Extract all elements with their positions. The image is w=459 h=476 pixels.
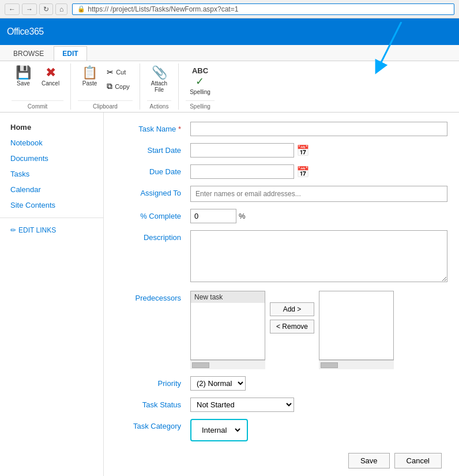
task-name-label: Task Name [115,122,190,133]
predecessors-right-list[interactable] [319,291,394,360]
cut-icon: ✂ [107,68,114,77]
due-date-row: Due Date 📅 [115,164,447,179]
predecessors-section: New task Add > < Remove [190,291,447,369]
sidebar: Home Notebook Documents Tasks Calendar S… [0,113,104,476]
cut-label: Cut [116,69,126,76]
paste-button[interactable]: 📋 Paste [78,63,101,89]
clipboard-buttons: 📋 Paste ✂ Cut ⧉ Copy [78,63,133,98]
sidebar-edit-links[interactable]: ✏ EDIT LINKS [0,223,103,238]
spelling-label: Spelling [190,89,210,95]
365-text: 365 [29,27,44,36]
attach-file-icon: 📎 [152,66,167,79]
task-name-input[interactable] [190,122,447,136]
start-date-calendar-icon[interactable]: 📅 [296,144,309,157]
pct-sign: % [239,212,246,220]
cancel-ribbon-button[interactable]: ✖ Cancel [37,63,63,89]
address-bar: ← → ↻ ⌂ 🔒 https:// /project/Lists/Tasks/… [0,0,459,18]
add-predecessor-button[interactable]: Add > [270,302,314,316]
save-ribbon-button[interactable]: 💾 Save [12,63,35,89]
nav-buttons: ← → ↻ ⌂ [5,3,67,15]
save-icon: 💾 [16,66,31,79]
due-date-calendar-icon[interactable]: 📅 [296,166,309,178]
content-area: Home Notebook Documents Tasks Calendar S… [0,113,459,476]
home-nav-button[interactable]: ⌂ [55,3,67,15]
sidebar-item-home: Home [0,119,103,135]
description-field [190,230,447,284]
start-date-input[interactable] [190,143,294,158]
tab-edit[interactable]: EDIT [54,46,86,61]
task-name-row: Task Name [115,122,447,136]
ribbon-tabs: BROWSE EDIT [0,45,459,61]
due-date-input[interactable] [190,164,294,179]
task-status-select[interactable]: Not Started In Progress Completed Deferr… [190,398,294,412]
page-wrapper: ← → ↻ ⌂ 🔒 https:// /project/Lists/Tasks/… [0,0,459,476]
assigned-to-row: Assigned To [115,186,447,202]
task-category-label: Task Category [115,419,190,430]
spelling-abc-text: ABC [192,66,208,75]
pencil-icon: ✏ [10,226,16,234]
pct-row-inner: % [190,209,447,223]
priority-select[interactable]: (1) High (2) Normal (3) Low [190,376,246,391]
start-date-field: 📅 [190,143,447,158]
cancel-ribbon-label: Cancel [42,80,59,87]
sidebar-item-calendar[interactable]: Calendar [0,182,103,197]
task-status-field: Not Started In Progress Completed Deferr… [190,398,447,412]
sidebar-item-tasks[interactable]: Tasks [0,166,103,182]
pred-right-scrollbar[interactable] [319,360,394,369]
description-row: Description [115,230,447,284]
save-ribbon-label: Save [17,80,30,87]
description-textarea[interactable] [190,230,447,282]
remove-predecessor-button[interactable]: < Remove [270,320,314,333]
start-date-row-inner: 📅 [190,143,447,158]
copy-button[interactable]: ⧉ Copy [104,80,133,93]
predecessors-field: New task Add > < Remove [190,291,447,369]
predecessor-buttons: Add > < Remove [270,291,314,333]
commit-buttons: 💾 Save ✖ Cancel [12,63,63,98]
start-date-row: Start Date 📅 [115,143,447,158]
predecessor-item: New task [191,291,265,303]
attach-file-button[interactable]: 📎 AttachFile [147,63,171,96]
task-name-field [190,122,447,136]
form-bottom-row: Save Cancel [115,453,447,468]
sidebar-item-site-contents[interactable]: Site Contents [0,197,103,213]
assigned-to-input[interactable] [190,186,447,202]
predecessors-row: Predecessors New task Add > [115,291,447,369]
back-button[interactable]: ← [5,3,20,15]
assigned-to-field [190,186,447,202]
sidebar-item-documents[interactable]: Documents [0,151,103,166]
task-category-select[interactable]: Internal External None [196,423,242,437]
pred-right-wrapper [319,291,394,369]
cut-button[interactable]: ✂ Cut [104,66,133,78]
edit-links-label: EDIT LINKS [18,226,56,234]
pct-complete-row: % Complete % [115,209,447,223]
form-area: Task Name Start Date 📅 Due Date [104,113,459,476]
tab-browse[interactable]: BROWSE [5,46,52,61]
office365-logo: Office365 [7,27,44,37]
lock-icon: 🔒 [77,5,85,13]
copy-icon: ⧉ [107,81,112,91]
form-cancel-button[interactable]: Cancel [394,453,442,468]
task-status-row: Task Status Not Started In Progress Comp… [115,398,447,412]
spelling-button[interactable]: ABC ✓ Spelling [186,63,215,98]
commit-group-label: Commit [12,100,63,110]
predecessors-left-list[interactable]: New task [190,291,265,360]
ribbon-group-commit: 💾 Save ✖ Cancel Commit [5,63,71,110]
pct-complete-input[interactable] [190,209,236,223]
pct-complete-label: % Complete [115,209,190,220]
refresh-button[interactable]: ↻ [39,3,53,15]
forward-button[interactable]: → [22,3,37,15]
ribbon-group-actions: 📎 AttachFile Actions [140,63,179,110]
form-save-button[interactable]: Save [348,453,390,468]
o365-header: Office365 [0,18,459,45]
ribbon-toolbar: 💾 Save ✖ Cancel Commit 📋 Paste ✂ [0,61,459,113]
pred-left-scrollbar[interactable] [190,360,265,369]
pct-complete-field: % [190,209,447,223]
ribbon-group-spelling: ABC ✓ Spelling Spelling [179,63,221,110]
description-label: Description [115,230,190,242]
url-box[interactable]: 🔒 https:// /project/Lists/Tasks/NewForm.… [72,3,454,15]
sidebar-item-notebook[interactable]: Notebook [0,135,103,151]
task-category-row: Task Category Internal External None [115,419,447,441]
spelling-buttons: ABC ✓ Spelling [186,63,215,98]
paste-label: Paste [82,80,97,87]
pred-left-wrapper: New task [190,291,265,369]
